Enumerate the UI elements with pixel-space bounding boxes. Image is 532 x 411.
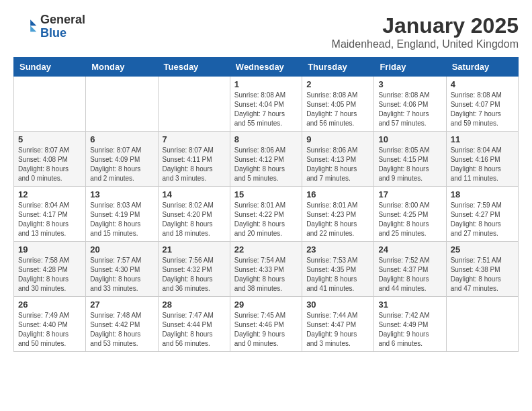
calendar-cell: 16Sunrise: 8:01 AM Sunset: 4:23 PM Dayli…: [302, 187, 374, 242]
calendar-cell: 31Sunrise: 7:42 AM Sunset: 4:49 PM Dayli…: [374, 297, 446, 352]
day-info: Sunrise: 7:58 AM Sunset: 4:28 PM Dayligh…: [18, 256, 81, 293]
day-info: Sunrise: 8:07 AM Sunset: 4:09 PM Dayligh…: [90, 146, 153, 183]
day-info: Sunrise: 8:08 AM Sunset: 4:06 PM Dayligh…: [378, 91, 441, 128]
day-number: 24: [378, 244, 441, 255]
calendar-cell: 11Sunrise: 8:04 AM Sunset: 4:16 PM Dayli…: [446, 132, 518, 187]
day-number: 20: [90, 244, 153, 255]
day-info: Sunrise: 7:44 AM Sunset: 4:47 PM Dayligh…: [306, 311, 369, 349]
day-number: 7: [163, 134, 226, 144]
day-info: Sunrise: 8:01 AM Sunset: 4:22 PM Dayligh…: [234, 201, 298, 238]
logo-icon: [13, 15, 38, 39]
day-info: Sunrise: 8:08 AM Sunset: 4:07 PM Dayligh…: [451, 91, 514, 128]
day-number: 29: [234, 300, 298, 310]
day-info: Sunrise: 8:04 AM Sunset: 4:17 PM Dayligh…: [18, 201, 81, 238]
calendar-cell: 22Sunrise: 7:54 AM Sunset: 4:33 PM Dayli…: [230, 242, 302, 297]
day-info: Sunrise: 8:05 AM Sunset: 4:15 PM Dayligh…: [378, 146, 441, 183]
day-number: 12: [18, 189, 81, 199]
calendar-week-row: 5Sunrise: 8:07 AM Sunset: 4:08 PM Daylig…: [14, 132, 519, 187]
calendar-cell: 19Sunrise: 7:58 AM Sunset: 4:28 PM Dayli…: [14, 242, 86, 297]
calendar-cell: 23Sunrise: 7:53 AM Sunset: 4:35 PM Dayli…: [302, 242, 374, 297]
calendar-cell: 24Sunrise: 7:52 AM Sunset: 4:37 PM Dayli…: [374, 242, 446, 297]
day-info: Sunrise: 8:02 AM Sunset: 4:20 PM Dayligh…: [163, 201, 226, 238]
day-info: Sunrise: 7:45 AM Sunset: 4:46 PM Dayligh…: [234, 311, 298, 349]
calendar-cell: 10Sunrise: 8:05 AM Sunset: 4:15 PM Dayli…: [374, 132, 446, 187]
day-number: 18: [451, 189, 514, 199]
day-info: Sunrise: 8:08 AM Sunset: 4:04 PM Dayligh…: [234, 91, 298, 128]
days-of-week-row: SundayMondayTuesdayWednesdayThursdayFrid…: [14, 58, 519, 77]
day-number: 1: [234, 79, 298, 89]
calendar-week-row: 19Sunrise: 7:58 AM Sunset: 4:28 PM Dayli…: [14, 242, 519, 297]
day-info: Sunrise: 7:56 AM Sunset: 4:32 PM Dayligh…: [163, 256, 226, 293]
day-of-week-header: Friday: [374, 58, 446, 77]
day-number: 10: [378, 134, 441, 144]
calendar-cell: 2Sunrise: 8:08 AM Sunset: 4:05 PM Daylig…: [302, 77, 374, 132]
day-number: 19: [18, 244, 81, 255]
calendar-title: January 2025: [332, 13, 519, 38]
calendar-cell: 9Sunrise: 8:06 AM Sunset: 4:13 PM Daylig…: [302, 132, 374, 187]
day-number: 28: [163, 300, 226, 310]
calendar-cell: 7Sunrise: 8:07 AM Sunset: 4:11 PM Daylig…: [158, 132, 230, 187]
day-number: 27: [90, 300, 153, 310]
day-info: Sunrise: 8:03 AM Sunset: 4:19 PM Dayligh…: [90, 201, 153, 238]
calendar-cell: 5Sunrise: 8:07 AM Sunset: 4:08 PM Daylig…: [14, 132, 86, 187]
calendar-cell: 8Sunrise: 8:06 AM Sunset: 4:12 PM Daylig…: [230, 132, 302, 187]
day-number: 31: [378, 300, 441, 310]
day-info: Sunrise: 8:06 AM Sunset: 4:13 PM Dayligh…: [306, 146, 369, 183]
day-info: Sunrise: 8:06 AM Sunset: 4:12 PM Dayligh…: [234, 146, 298, 183]
calendar-cell: [14, 77, 86, 132]
calendar-cell: 26Sunrise: 7:49 AM Sunset: 4:40 PM Dayli…: [14, 297, 86, 352]
calendar-cell: 25Sunrise: 7:51 AM Sunset: 4:38 PM Dayli…: [446, 242, 518, 297]
day-number: 17: [378, 189, 441, 199]
day-number: 13: [90, 189, 153, 199]
day-info: Sunrise: 7:54 AM Sunset: 4:33 PM Dayligh…: [234, 256, 298, 293]
calendar-cell: 20Sunrise: 7:57 AM Sunset: 4:30 PM Dayli…: [86, 242, 158, 297]
day-info: Sunrise: 7:49 AM Sunset: 4:40 PM Dayligh…: [18, 311, 81, 349]
calendar-cell: [446, 297, 518, 352]
day-of-week-header: Thursday: [302, 58, 374, 77]
logo-text: General Blue: [40, 13, 85, 40]
calendar-table: SundayMondayTuesdayWednesdayThursdayFrid…: [13, 57, 519, 352]
day-info: Sunrise: 7:59 AM Sunset: 4:27 PM Dayligh…: [451, 201, 514, 238]
calendar-cell: 29Sunrise: 7:45 AM Sunset: 4:46 PM Dayli…: [230, 297, 302, 352]
day-info: Sunrise: 8:04 AM Sunset: 4:16 PM Dayligh…: [451, 146, 514, 183]
day-number: 14: [163, 189, 226, 199]
day-info: Sunrise: 7:48 AM Sunset: 4:42 PM Dayligh…: [90, 311, 153, 349]
day-number: 30: [306, 300, 369, 310]
day-info: Sunrise: 7:47 AM Sunset: 4:44 PM Dayligh…: [163, 311, 226, 349]
day-of-week-header: Monday: [86, 58, 158, 77]
day-info: Sunrise: 7:52 AM Sunset: 4:37 PM Dayligh…: [378, 256, 441, 293]
svg-marker-1: [30, 26, 36, 32]
calendar-cell: 6Sunrise: 8:07 AM Sunset: 4:09 PM Daylig…: [86, 132, 158, 187]
calendar-cell: 4Sunrise: 8:08 AM Sunset: 4:07 PM Daylig…: [446, 77, 518, 132]
calendar-cell: 21Sunrise: 7:56 AM Sunset: 4:32 PM Dayli…: [158, 242, 230, 297]
day-number: 5: [18, 134, 81, 144]
day-info: Sunrise: 7:42 AM Sunset: 4:49 PM Dayligh…: [378, 311, 441, 349]
title-area: January 2025 Maidenhead, England, United…: [332, 13, 519, 50]
day-of-week-header: Wednesday: [230, 58, 302, 77]
calendar-cell: [86, 77, 158, 132]
day-of-week-header: Sunday: [14, 58, 86, 77]
calendar-subtitle: Maidenhead, England, United Kingdom: [332, 38, 519, 50]
day-info: Sunrise: 8:01 AM Sunset: 4:23 PM Dayligh…: [306, 201, 369, 238]
day-info: Sunrise: 8:07 AM Sunset: 4:11 PM Dayligh…: [163, 146, 226, 183]
calendar-cell: 28Sunrise: 7:47 AM Sunset: 4:44 PM Dayli…: [158, 297, 230, 352]
day-number: 11: [451, 134, 514, 144]
day-number: 21: [163, 244, 226, 255]
calendar-cell: 17Sunrise: 8:00 AM Sunset: 4:25 PM Dayli…: [374, 187, 446, 242]
calendar-cell: 18Sunrise: 7:59 AM Sunset: 4:27 PM Dayli…: [446, 187, 518, 242]
header: General Blue January 2025 Maidenhead, En…: [13, 13, 519, 50]
day-info: Sunrise: 8:00 AM Sunset: 4:25 PM Dayligh…: [378, 201, 441, 238]
day-info: Sunrise: 7:51 AM Sunset: 4:38 PM Dayligh…: [451, 256, 514, 293]
day-info: Sunrise: 8:08 AM Sunset: 4:05 PM Dayligh…: [306, 91, 369, 128]
day-number: 25: [451, 244, 514, 255]
calendar-cell: 27Sunrise: 7:48 AM Sunset: 4:42 PM Dayli…: [86, 297, 158, 352]
day-number: 8: [234, 134, 298, 144]
calendar-body: 1Sunrise: 8:08 AM Sunset: 4:04 PM Daylig…: [14, 77, 519, 352]
calendar-week-row: 1Sunrise: 8:08 AM Sunset: 4:04 PM Daylig…: [14, 77, 519, 132]
day-number: 4: [451, 79, 514, 89]
calendar-cell: 3Sunrise: 8:08 AM Sunset: 4:06 PM Daylig…: [374, 77, 446, 132]
calendar-cell: 30Sunrise: 7:44 AM Sunset: 4:47 PM Dayli…: [302, 297, 374, 352]
day-number: 2: [306, 79, 369, 89]
day-info: Sunrise: 7:53 AM Sunset: 4:35 PM Dayligh…: [306, 256, 369, 293]
day-number: 22: [234, 244, 298, 255]
